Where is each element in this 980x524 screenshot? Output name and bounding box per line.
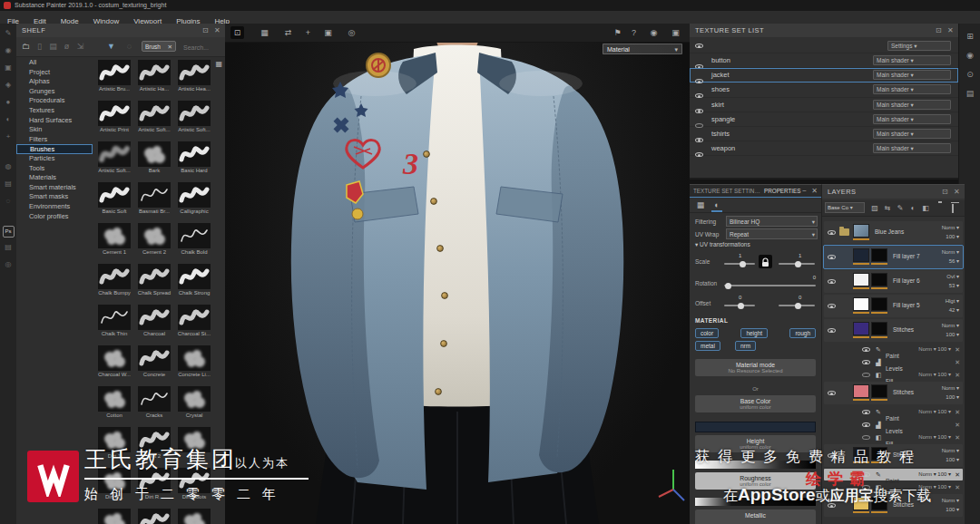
float-panel-icon[interactable]: ⊡ — [942, 185, 948, 199]
sidebar-item-textures[interactable]: Textures — [16, 106, 93, 116]
texture-set-list-dock-icon[interactable]: ▤ — [964, 87, 976, 100]
texture-set-settings-button[interactable]: Settings ▾ — [887, 41, 951, 51]
layer-row-fill-layer-6[interactable]: Fill layer 6Ovl ▾53 ▾ — [824, 270, 963, 293]
effect-visibility-eye-icon[interactable] — [862, 346, 870, 353]
filter-chip[interactable]: Brush✕ — [142, 41, 176, 52]
sidebar-item-alphas[interactable]: Alphas — [16, 77, 93, 87]
layer-visibility-eye-icon[interactable] — [828, 229, 836, 236]
opacity-dropdown[interactable]: 100 ▾ — [946, 233, 959, 239]
remove-effect-icon[interactable]: ✕ — [955, 469, 960, 480]
offset-x-slider[interactable] — [724, 305, 755, 306]
brush-artistic-soft[interactable]: Artistic Soft... — [134, 99, 174, 140]
uv-wrap-dropdown[interactable]: Repeat▾ — [726, 228, 818, 239]
layer-visibility-eye-icon[interactable] — [828, 390, 836, 396]
opacity-dropdown[interactable]: 53 ▾ — [949, 282, 959, 288]
fill-settings-icon[interactable]: ▦ — [695, 199, 706, 210]
channel-chip-nrm[interactable]: nrm — [735, 341, 756, 351]
scale-y-slider[interactable] — [779, 263, 815, 265]
visibility-eye-icon[interactable] — [695, 151, 703, 158]
photoshop-export-icon[interactable]: Ps — [3, 226, 15, 238]
layer-row-fill-layer-5[interactable]: Fill layer 5Hlgt ▾42 ▾ — [824, 295, 963, 317]
sidebar-item-hard-surfaces[interactable]: Hard Surfaces — [16, 116, 93, 126]
render-mode-icon[interactable]: ▣ — [321, 26, 335, 39]
material-mode-icon[interactable]: ◍ — [0, 160, 16, 174]
texture-set-row-spangle[interactable]: spangleMain shader ▾ — [690, 112, 958, 127]
shader-dropdown[interactable]: Main shader ▾ — [873, 70, 951, 80]
blend-mode-dropdown[interactable]: Norm ▾ — [942, 497, 959, 503]
brush-charcoal-st[interactable]: Charcoal St... — [174, 303, 214, 344]
effect-visibility-eye-icon[interactable] — [862, 359, 870, 365]
layer-row-blue-jeans[interactable]: Blue JeansNorm ▾100 ▾ — [824, 221, 963, 244]
symmetry-axis-icon[interactable]: + — [301, 26, 315, 39]
help-icon[interactable]: ? — [627, 26, 641, 39]
chip-close-icon[interactable]: ✕ — [168, 42, 172, 52]
brush-chalk-spread[interactable]: Chalk Spread — [134, 262, 174, 303]
layer-mask-thumbnail[interactable] — [871, 248, 887, 262]
brush-artistic-bru[interactable]: Artistic Bru... — [94, 58, 134, 99]
opacity-dropdown[interactable]: 100 ▾ — [946, 506, 959, 512]
texture-set-row-weapon[interactable]: weaponMain shader ▾ — [690, 141, 958, 156]
brush-charcoal[interactable]: Charcoal — [134, 303, 174, 344]
layer-thumbnail[interactable] — [853, 322, 869, 335]
layer-visibility-eye-icon[interactable] — [828, 327, 836, 334]
brush-cotton[interactable]: Cotton — [94, 384, 134, 425]
brush-basmati-br[interactable]: Basmati Br... — [134, 180, 174, 221]
texture-set-row-tshirts[interactable]: tshirtsMain shader ▾ — [690, 127, 958, 141]
grid-snap-icon[interactable]: ▦ — [258, 26, 271, 39]
brush-chalk-strong[interactable]: Chalk Strong — [174, 262, 214, 303]
smudge-tool-icon[interactable]: ● — [0, 95, 16, 110]
settings-icon[interactable]: ◎ — [0, 257, 16, 272]
opacity-dropdown[interactable]: 100 ▾ — [946, 393, 959, 400]
effect-blend-opacity[interactable]: Norm ▾ 100 ▾ — [918, 406, 951, 418]
opacity-dropdown[interactable]: 42 ▾ — [949, 306, 959, 313]
layer-effect-levels[interactable]: ▟Levels✕ — [824, 419, 963, 431]
brush-chalk-bold[interactable]: Chalk Bold — [174, 221, 214, 262]
layer-row-stitches[interactable]: StitchesNorm ▾100 ▾ — [824, 382, 963, 404]
remove-effect-icon[interactable]: ✕ — [955, 406, 960, 418]
clone-tool-icon[interactable]: ◐ — [0, 112, 16, 127]
brush-crystal[interactable]: Crystal — [174, 384, 214, 425]
display-settings-icon[interactable]: ⊞ — [964, 30, 976, 43]
folder-icon[interactable] — [839, 228, 849, 236]
uv-transformations-section[interactable]: ▾ UV transformations — [695, 241, 750, 248]
effect-blend-opacity[interactable]: Norm ▾ 100 ▾ — [918, 344, 951, 355]
brush-bark[interactable]: Bark — [134, 140, 174, 180]
offset-y-slider[interactable] — [779, 305, 815, 306]
rotation-slider[interactable] — [724, 285, 816, 286]
float-panel-icon[interactable]: ⊡ — [202, 24, 209, 37]
stencil-icon[interactable]: ▤ — [0, 177, 16, 191]
opacity-dropdown[interactable]: 100 ▾ — [946, 331, 959, 337]
shader-dropdown[interactable]: Main shader ▾ — [873, 143, 951, 153]
sidebar-item-environments[interactable]: Environments — [16, 202, 93, 212]
effect-visibility-eye-icon[interactable] — [862, 434, 870, 441]
material-settings-icon[interactable]: ◐ — [711, 199, 722, 212]
visibility-all-eye-icon[interactable] — [695, 43, 703, 49]
camera-photo-icon[interactable]: ▣ — [669, 26, 682, 39]
scale-lock-icon[interactable] — [759, 255, 772, 268]
blend-mode-dropdown[interactable]: Norm ▾ — [942, 322, 959, 328]
brush-cement-1[interactable]: Cement 1 — [94, 221, 134, 262]
sidebar-item-grunges[interactable]: Grunges — [16, 87, 93, 97]
shader-dropdown[interactable]: Main shader ▾ — [873, 84, 951, 94]
close-panel-icon[interactable]: ✕ — [811, 185, 818, 197]
refresh-icon[interactable]: ◌ — [123, 41, 135, 53]
opacity-dropdown[interactable]: 100 ▾ — [946, 456, 959, 462]
base-color-swatch[interactable] — [695, 422, 816, 432]
brush-concrete[interactable]: Concrete — [134, 344, 174, 384]
shader-dropdown[interactable]: Main shader ▾ — [873, 114, 951, 124]
layer-thumbnail[interactable] — [853, 224, 869, 238]
layer-visibility-eye-icon[interactable] — [828, 303, 836, 309]
base-color-button[interactable]: Base Color uniform color — [695, 395, 816, 412]
stamp-icon[interactable]: ⇆ — [882, 203, 893, 214]
brush-basic-hard[interactable]: Basic Hard — [174, 140, 214, 180]
texture-set-row-skirt[interactable]: skirtMain shader ▾ — [690, 98, 958, 112]
target-icon[interactable]: ◎ — [345, 26, 358, 39]
sidebar-item-procedurals[interactable]: Procedurals — [16, 96, 93, 106]
sidebar-item-color-profiles[interactable]: Color profiles — [16, 212, 93, 222]
layer-thumbnail[interactable] — [853, 273, 869, 286]
channel-chip-height[interactable]: height — [740, 328, 768, 338]
brush-chalk-thin[interactable]: Chalk Thin — [94, 303, 134, 344]
channel-chip-color[interactable]: color — [695, 328, 719, 338]
channel-chip-rough[interactable]: rough — [789, 328, 816, 338]
remove-effect-icon[interactable]: ✕ — [955, 369, 960, 381]
